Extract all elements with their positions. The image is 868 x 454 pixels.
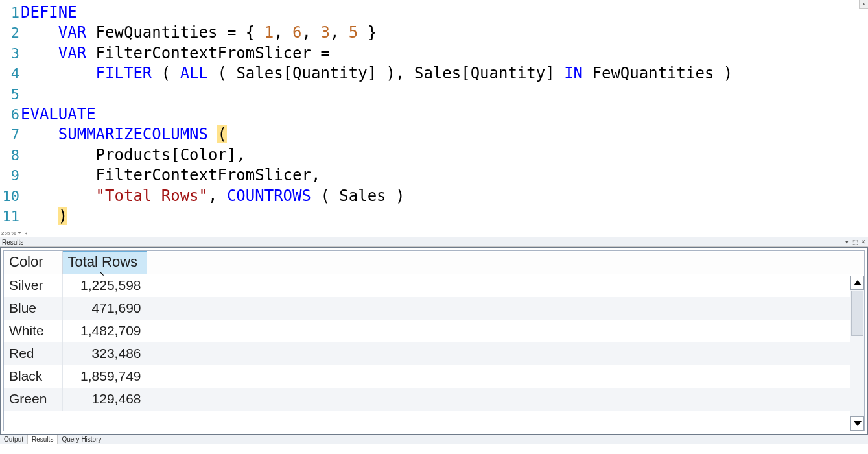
cell-color: Blue [4,297,62,320]
bottom-tabstrip: Output Results Query History [0,435,868,444]
cell-spacer [147,342,864,365]
dropdown-icon[interactable]: ▾ [843,238,850,246]
cell-spacer [147,388,864,411]
code-line: 2 VAR FewQuantities = { 1, 6, 3, 5 } [0,23,868,43]
tab-output[interactable]: Output [0,435,28,444]
paren: ( [152,64,180,82]
line-number: 5 [0,84,21,104]
code-editor[interactable]: ▴ 1 DEFINE 2 VAR FewQuantities = { 1, 6,… [0,0,868,237]
num-lit: 1 [264,23,274,42]
col-header-color[interactable]: Color [4,252,62,274]
vertical-scrollbar[interactable] [850,276,864,431]
code-line: 5 [0,84,868,104]
code-line: 8 Products[Color], [0,145,868,165]
scroll-up-button[interactable] [850,276,864,290]
cell-spacer [147,274,864,297]
cell-color: Red [4,342,62,365]
code-line: 6 EVALUATE [0,104,868,125]
col-ref: Products[Color] [96,146,237,164]
line-number: 1 [0,3,21,23]
ident: FewQuantities [592,64,714,82]
zoom-label: 265 % [1,230,16,236]
table-row[interactable]: White 1,482,709 [4,320,864,342]
table-row[interactable]: Green 129,468 [4,388,864,411]
line-number: 9 [0,165,21,185]
results-grid-container: Color Total Rows Silver 1,225,598 Blue 4… [0,247,868,435]
cell-total: 1,859,749 [62,365,147,388]
code-line: 9 FilterContextFromSlicer, [0,165,868,185]
kw-countrows: COUNTROWS [227,187,311,205]
kw-define: DEFINE [21,3,77,21]
table-row[interactable]: Black 1,859,749 [4,365,864,388]
paren: ) [714,64,733,82]
comma: , [274,23,292,42]
line-number: 7 [0,125,21,145]
code-line: 4 FILTER ( ALL ( Sales[Quantity] ), Sale… [0,64,868,84]
scroll-down-button[interactable] [850,416,864,431]
table-ref: Sales [339,187,386,205]
tab-results[interactable]: Results [28,435,58,444]
kw-filter: FILTER [96,64,152,82]
code-line: 7 SUMMARIZECOLUMNS ( [0,125,868,145]
op-eq: = [217,23,245,42]
num-lit: 5 [349,23,358,42]
cell-total: 471,690 [62,297,147,320]
results-panel-title: Results [2,239,23,246]
table-row[interactable]: Blue 471,690 [4,297,864,320]
comma: , [330,23,349,42]
scroll-left-icon[interactable]: ◂ [25,230,27,236]
scroll-thumb[interactable] [851,291,863,336]
line-number: 2 [0,23,21,43]
paren-match-close: ) [58,207,67,225]
col-ref: Sales[Quantity] [414,64,555,82]
cell-color: Silver [4,274,62,297]
ident: FilterContextFromSlicer [96,166,311,184]
ident: FewQuantities [96,23,218,42]
comma: , [395,64,414,82]
cell-total: 129,468 [62,388,147,411]
table-row[interactable]: Silver 1,225,598 [4,274,864,297]
code-lines: 1 DEFINE 2 VAR FewQuantities = { 1, 6, 3… [0,0,868,226]
string-lit: "Total Rows" [96,187,208,205]
results-panel-titlebar[interactable]: Results ▾ ⬚ ✕ [0,237,868,247]
code-line: 11 ) [0,206,868,226]
comma: , [208,187,227,205]
line-number: 10 [0,186,21,206]
col-header-total-rows[interactable]: Total Rows [62,252,147,274]
cell-total: 323,486 [62,342,147,365]
num-lit: 3 [320,23,329,42]
line-number: 6 [0,104,21,125]
dropdown-icon[interactable] [18,231,22,235]
paren: ( [208,64,236,82]
kw-summarize: SUMMARIZECOLUMNS [58,125,208,143]
pin-icon[interactable]: ⬚ [852,238,858,246]
cell-total: 1,225,598 [62,274,147,297]
paren: ( [311,187,339,205]
comma: , [302,23,321,42]
cell-total: 1,482,709 [62,320,147,342]
cell-spacer [147,297,864,320]
paren-match-open: ( [217,125,226,143]
tab-query-history[interactable]: Query History [58,435,106,444]
results-table[interactable]: Color Total Rows Silver 1,225,598 Blue 4… [4,251,864,411]
cell-color: Black [4,365,62,388]
cell-spacer [147,365,864,388]
brace-open: { [246,23,264,42]
cell-spacer [147,320,864,342]
close-icon[interactable]: ✕ [860,238,867,246]
cell-color: Green [4,388,62,411]
triangle-down-icon [854,421,862,426]
kw-var: VAR [58,44,86,62]
scroll-up-stub[interactable]: ▴ [859,0,868,9]
table-header-row: Color Total Rows [4,252,864,274]
editor-zoom-status[interactable]: 265 % ◂ [0,229,868,237]
code-line: 1 DEFINE [0,3,868,23]
paren: ) [386,187,405,205]
cell-color: White [4,320,62,342]
table-row[interactable]: Red 323,486 [4,342,864,365]
kw-evaluate: EVALUATE [21,105,96,123]
ident: FilterContextFromSlicer [96,44,311,62]
kw-var: VAR [58,23,86,42]
code-line: 3 VAR FilterContextFromSlicer = [0,43,868,64]
results-grid[interactable]: Color Total Rows Silver 1,225,598 Blue 4… [3,250,865,431]
